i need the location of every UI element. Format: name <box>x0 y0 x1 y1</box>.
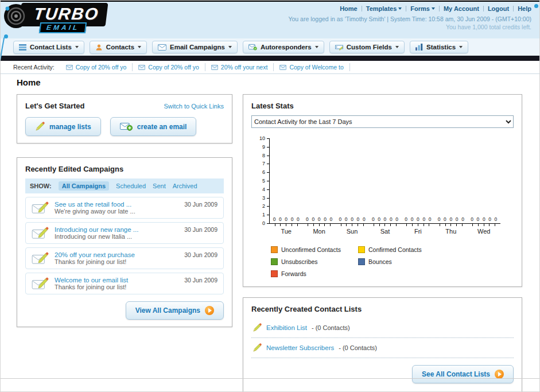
campaign-filter-link[interactable]: Archived <box>173 183 197 189</box>
legend-item: Bounces <box>358 258 445 265</box>
campaign-row[interactable]: Welcome to our email list Thanks for joi… <box>25 273 224 294</box>
campaign-date: 30 Jun 2009 <box>184 226 217 233</box>
chart-value-label: 0 <box>372 216 375 222</box>
caret-down-icon <box>75 46 79 48</box>
credits-text: You have 1,000 total credits left. <box>288 23 531 31</box>
view-all-campaigns-button[interactable]: View All Campaigns <box>126 301 224 320</box>
nav-logout-link[interactable]: Logout <box>488 5 509 12</box>
tab-statistics[interactable]: Statistics <box>410 41 468 53</box>
login-status-text: You are logged in as 'Timothy Smith' | S… <box>288 15 531 23</box>
envelope-plus-icon <box>120 122 133 131</box>
create-email-button[interactable]: create an email <box>110 117 197 136</box>
tab-email-campaigns[interactable]: Email Campaigns <box>152 41 238 53</box>
recent-activity-item[interactable]: Copy of 20% off yo <box>133 63 205 71</box>
nav-home-link[interactable]: Home <box>340 5 358 12</box>
recent-activity-item[interactable]: 20% off your next <box>205 63 274 71</box>
pencil-icon <box>252 323 262 332</box>
tab-label: Custom Fields <box>347 44 392 51</box>
chart-value-label: 0 <box>429 216 432 222</box>
legend-label: Forwards <box>281 270 306 277</box>
app-window: TURBO EMAIL Home Templates Forms My Acco… <box>0 0 540 392</box>
tab-contacts[interactable]: Contacts <box>90 41 147 54</box>
see-all-contact-lists-button[interactable]: See All Contact Lists <box>412 365 514 383</box>
chart-value-label: 0 <box>390 216 393 222</box>
nav-templates-link[interactable]: Templates <box>366 5 402 12</box>
campaign-row[interactable]: 20% off your next purchase Thanks for jo… <box>25 247 224 269</box>
create-email-label: create an email <box>137 123 187 131</box>
recent-activity-bar: Recent Activity: Copy of 20% off yo Copy… <box>1 61 539 74</box>
x-axis-label: Mon <box>302 228 335 235</box>
recent-activity-link[interactable]: 20% off your next <box>221 64 268 71</box>
caret-down-icon <box>395 46 399 48</box>
main-nav-tabbar: Contact Lists Contacts Email Campaigns A… <box>1 38 539 56</box>
campaign-filters: All Campaigns Scheduled Sent Archived <box>59 181 197 191</box>
chart-value-label: 0 <box>312 216 314 222</box>
chart-value-label: 0 <box>438 216 441 222</box>
logo-swirl-icon <box>3 3 29 29</box>
caret-down-icon <box>432 7 435 10</box>
campaign-filter-link[interactable]: Scheduled <box>116 183 146 189</box>
top-border <box>1 1 539 2</box>
recent-activity-link[interactable]: Copy of Welcome to <box>289 64 343 71</box>
page-title: Home <box>17 77 522 87</box>
campaign-row[interactable]: See us at the retail food ... We're givi… <box>25 197 224 219</box>
chart-day-group: 00000 <box>402 138 434 223</box>
chart-value-label: 0 <box>456 216 459 222</box>
contact-list-count: - (0 Contacts) <box>339 344 377 351</box>
recent-activity-item[interactable]: Copy of 20% off yo <box>60 63 133 71</box>
latest-stats-title: Latest Stats <box>251 102 514 110</box>
campaign-row[interactable]: Introducing our new range ... Introducin… <box>25 222 224 244</box>
campaign-title-link[interactable]: See us at the retail food ... <box>55 201 178 208</box>
recent-activity-link[interactable]: Copy of 20% off yo <box>148 64 199 71</box>
campaign-envelope-pencil-icon <box>32 277 49 290</box>
contact-list-link[interactable]: Newsletter Subscribers <box>266 344 334 351</box>
campaign-title-link[interactable]: Introducing our new range ... <box>55 226 178 233</box>
legend-item: Confirmed Contacts <box>358 246 445 253</box>
chart-value-label: 0 <box>378 216 380 222</box>
legend-swatch <box>271 246 278 253</box>
nav-my-account-link[interactable]: My Account <box>444 5 479 12</box>
legend-label: Bounces <box>368 258 392 265</box>
campaign-subtitle: Introducing our new Italia ... <box>55 233 178 240</box>
chart-value-row: 00000 <box>336 216 368 222</box>
tab-custom-fields[interactable]: Custom Fields <box>329 41 405 53</box>
campaign-filter-link[interactable]: Sent <box>153 183 166 189</box>
view-all-campaigns-label: View All Campaigns <box>135 306 200 315</box>
campaign-list: See us at the retail food ... We're givi… <box>25 197 224 294</box>
campaign-filter-link[interactable]: All Campaigns <box>59 181 109 191</box>
chart-value-label: 0 <box>384 216 387 222</box>
recent-activity-item[interactable]: Copy of Welcome to <box>274 63 349 71</box>
stats-range-select[interactable]: Contact Activity for the Last 7 Days <box>251 115 514 128</box>
autoresponder-icon <box>248 44 257 51</box>
nav-help-link[interactable]: Help <box>518 5 531 12</box>
campaign-title-link[interactable]: 20% off your next purchase <box>55 251 178 258</box>
tab-label: Contacts <box>106 44 134 51</box>
chart-value-row: 00000 <box>368 216 401 222</box>
campaign-subtitle: Thanks for joining our list! <box>55 284 178 290</box>
caret-down-icon <box>228 46 232 48</box>
contact-list-item[interactable]: Exhibition List - (0 Contacts) <box>251 318 514 338</box>
chart-day-group: 00000 <box>270 138 302 223</box>
nav-forms-link[interactable]: Forms <box>410 5 435 12</box>
app-logo[interactable]: TURBO EMAIL <box>3 3 107 33</box>
y-axis-tick-label: 10 <box>259 135 265 141</box>
campaign-title-link[interactable]: Welcome to our email list <box>55 277 178 284</box>
chart-value-label: 0 <box>339 216 341 222</box>
contact-list-link[interactable]: Exhibition List <box>266 324 307 331</box>
contact-list-item[interactable]: Newsletter Subscribers - (0 Contacts) <box>251 338 514 358</box>
nav-separator <box>513 6 514 11</box>
recent-campaigns-panel: Recently Edited Campaigns SHOW: All Camp… <box>17 157 232 327</box>
manage-lists-button[interactable]: manage lists <box>25 117 101 136</box>
nav-separator <box>406 6 406 11</box>
campaign-subtitle: We're giving away our late ... <box>55 208 178 215</box>
tab-autoresponders[interactable]: Autoresponders <box>243 41 324 53</box>
y-axis-tick-label: 8 <box>262 153 265 158</box>
switch-quick-links[interactable]: Switch to Quick Links <box>164 103 224 110</box>
campaign-envelope-pencil-icon <box>32 226 49 240</box>
legend-item: Unsubscribes <box>271 258 358 265</box>
chart-value-row: 00000 <box>468 216 500 222</box>
x-axis-label: Thu <box>434 228 467 235</box>
chart-value-label: 0 <box>449 216 452 222</box>
tab-contact-lists[interactable]: Contact Lists <box>13 41 84 54</box>
recent-activity-link[interactable]: Copy of 20% off yo <box>76 64 127 71</box>
